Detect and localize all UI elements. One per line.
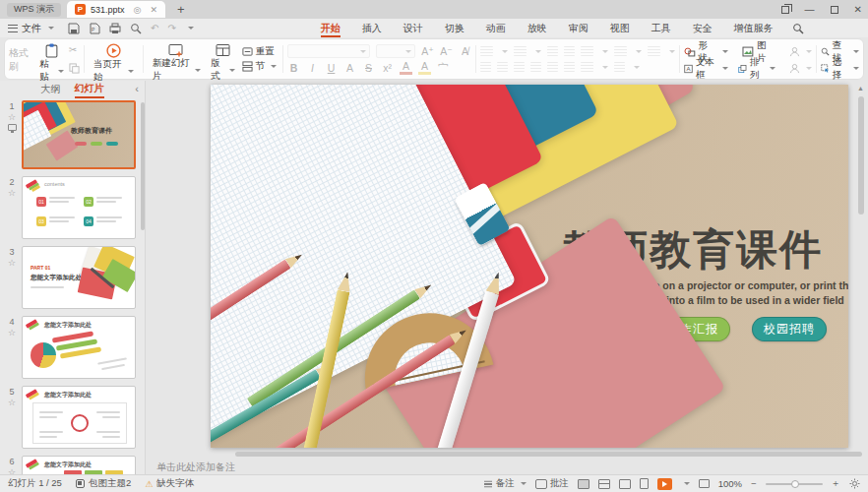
clear-format-icon[interactable]: A̸: [459, 45, 471, 57]
horizontal-scrollbar[interactable]: [225, 452, 862, 457]
play-options-icon[interactable]: [684, 482, 690, 485]
superscript-button[interactable]: x²: [381, 62, 394, 74]
increase-indent-icon[interactable]: [564, 46, 575, 56]
decrease-font-icon[interactable]: A⁻: [440, 45, 453, 57]
fit-slide-icon[interactable]: [699, 479, 710, 488]
search-icon[interactable]: [792, 23, 804, 34]
distribute-icon[interactable]: [547, 62, 558, 72]
comments-toggle[interactable]: 批注: [535, 477, 569, 490]
tab-home[interactable]: 开始: [310, 19, 351, 37]
increase-font-icon[interactable]: A⁺: [421, 45, 434, 57]
collapse-panel-icon[interactable]: ‹: [135, 83, 139, 94]
font-color-button[interactable]: A: [400, 60, 412, 75]
underline-button[interactable]: U: [325, 62, 338, 74]
cut-icon[interactable]: ✂: [69, 44, 80, 55]
zoom-in-button[interactable]: ＋: [832, 477, 841, 490]
decrease-indent-icon[interactable]: [547, 46, 558, 56]
tab-security[interactable]: 安全: [682, 19, 723, 37]
font-family-combo[interactable]: [287, 44, 370, 58]
line-spacing-icon[interactable]: [614, 46, 627, 56]
export-pdf-icon[interactable]: P: [89, 23, 100, 34]
textbox-button[interactable]: A 文本框: [684, 61, 728, 76]
align-right-icon[interactable]: [514, 62, 525, 72]
avatar-button[interactable]: [789, 44, 812, 59]
italic-button[interactable]: I: [306, 62, 319, 74]
print-icon[interactable]: [109, 23, 121, 34]
char-spacing-button[interactable]: 宀: [437, 61, 450, 75]
vertical-scrollbar[interactable]: ▲: [856, 83, 866, 470]
new-slide-button[interactable]: 新建幻灯片: [148, 42, 206, 76]
pill-button-campus-recruit[interactable]: 校园招聘: [752, 317, 827, 341]
slide-thumbnail-4[interactable]: 您能文字添加此处: [22, 316, 136, 379]
format-painter-button[interactable]: 格式刷: [9, 42, 34, 76]
zoom-slider[interactable]: [766, 483, 823, 485]
slide-thumbnail-1[interactable]: 教师教育课件: [22, 100, 136, 169]
slide-thumbnail-5[interactable]: 您能文字添加此处: [22, 386, 136, 449]
star-icon[interactable]: ☆: [8, 259, 16, 268]
notes-toggle[interactable]: 备注: [483, 477, 527, 490]
tab-tools[interactable]: 工具: [641, 19, 682, 37]
slide-thumbnail-2[interactable]: contents 01 02 03 04: [22, 176, 136, 239]
zoom-slider-handle[interactable]: [791, 480, 799, 488]
minimize-button[interactable]: —: [805, 5, 815, 15]
layout-switch-icon[interactable]: [781, 6, 789, 14]
star-icon[interactable]: ☆: [8, 189, 16, 198]
numbering-icon[interactable]: [514, 46, 527, 56]
theme-button[interactable]: 包图主题2: [76, 477, 131, 490]
redo-icon[interactable]: ↷: [167, 23, 175, 33]
undo-icon[interactable]: ↶: [151, 23, 158, 33]
panel-scrollbar[interactable]: [141, 102, 145, 230]
tab-insert[interactable]: 插入: [351, 19, 393, 37]
paragraph-settings-icon[interactable]: [648, 46, 660, 56]
app-menu-button[interactable]: WPS 演示: [7, 3, 61, 17]
tab-slides[interactable]: 幻灯片: [75, 82, 104, 98]
tab-close-icon[interactable]: ✕: [150, 5, 157, 15]
columns-icon[interactable]: [564, 62, 575, 72]
slide-thumbnail-6[interactable]: 您能文字添加此处: [22, 456, 136, 474]
tab-outline[interactable]: 大纲: [41, 83, 61, 96]
tab-design[interactable]: 设计: [393, 19, 434, 37]
phone-mirror-icon[interactable]: [640, 478, 649, 489]
slideshow-play-button[interactable]: [657, 478, 672, 490]
close-button[interactable]: ✕: [854, 5, 862, 15]
font-size-combo[interactable]: [376, 44, 415, 58]
document-tab[interactable]: P 531.pptx ◎ ✕: [67, 1, 165, 18]
tab-view[interactable]: 视图: [599, 19, 641, 37]
tab-slideshow[interactable]: 放映: [517, 19, 558, 37]
scroll-up-icon[interactable]: ▲: [857, 85, 864, 92]
horizontal-scroll-thumb[interactable]: [235, 452, 862, 457]
slide-thumbnail-3[interactable]: PART 01 您能文字添加此处: [22, 246, 136, 309]
qat-more-icon[interactable]: [188, 27, 194, 30]
star-icon[interactable]: ☆: [8, 399, 16, 407]
slide-canvas[interactable]: 教师教育课件 The user can demonstrate on a pro…: [211, 85, 848, 448]
print-preview-icon[interactable]: [130, 23, 142, 34]
highlight-button[interactable]: A: [418, 60, 431, 75]
arrange-button[interactable]: 排列: [738, 61, 775, 76]
tab-review[interactable]: 审阅: [558, 19, 599, 37]
eye-protect-icon[interactable]: [849, 478, 860, 489]
justify-icon[interactable]: [530, 62, 541, 72]
copy-icon[interactable]: [69, 63, 80, 74]
text-direction-icon[interactable]: [581, 46, 593, 56]
tab-sync-icon[interactable]: ◎: [134, 5, 142, 15]
section-button[interactable]: 节: [242, 59, 278, 74]
reset-button[interactable]: 重置: [242, 44, 278, 59]
normal-view-icon[interactable]: [578, 479, 589, 489]
strikethrough-button[interactable]: S: [362, 62, 375, 74]
tab-transition[interactable]: 切换: [434, 19, 475, 37]
tab-premium[interactable]: 增值服务: [723, 19, 784, 37]
reading-view-icon[interactable]: [619, 479, 631, 489]
slide-sorter-icon[interactable]: [598, 479, 610, 489]
star-icon[interactable]: ☆: [8, 113, 16, 122]
file-menu-button[interactable]: 文件: [0, 22, 62, 35]
smartart-icon[interactable]: [581, 62, 593, 72]
play-from-current-button[interactable]: 当页开始: [89, 42, 139, 76]
notes-placeholder[interactable]: 单击此处添加备注: [156, 461, 235, 474]
tab-animation[interactable]: 动画: [475, 19, 517, 37]
new-tab-button[interactable]: +: [177, 3, 185, 16]
rotate-text-icon[interactable]: [614, 62, 625, 72]
bullets-icon[interactable]: [480, 46, 493, 56]
paste-button[interactable]: 粘贴: [34, 42, 69, 76]
avatar-button-2[interactable]: [789, 61, 812, 76]
save-icon[interactable]: [68, 23, 80, 34]
